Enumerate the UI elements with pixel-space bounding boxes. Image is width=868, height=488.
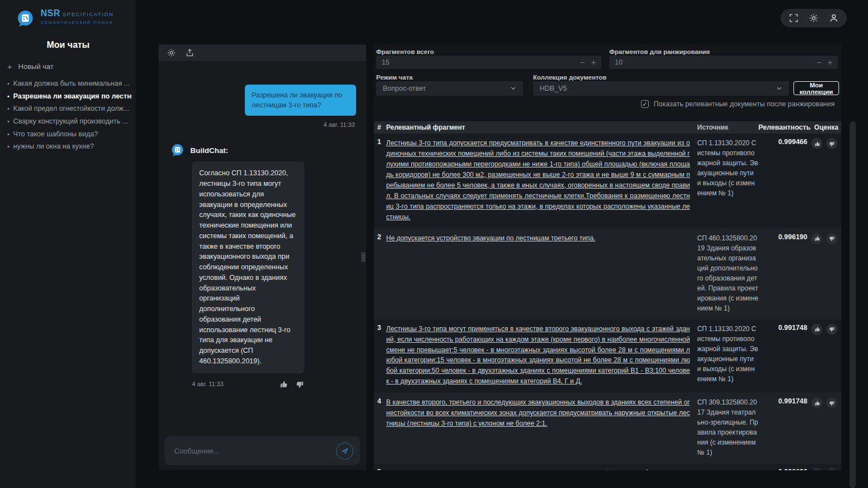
- app-logo-icon: [15, 8, 36, 29]
- decrement-icon[interactable]: −: [580, 58, 585, 67]
- theme-toggle-icon[interactable]: [809, 13, 818, 23]
- chevron-down-icon: [776, 86, 782, 91]
- bullet-icon: •: [7, 93, 9, 100]
- bullet-icon: •: [7, 106, 9, 112]
- table-row: 2 Не допускается устройство эвакуации по…: [374, 229, 841, 319]
- chat-settings-gear-icon[interactable]: [167, 48, 176, 57]
- brand-name: NSR: [41, 8, 60, 18]
- col-header-rating: Оценка: [814, 124, 841, 131]
- relevance-value: 0.996190: [758, 233, 807, 241]
- collection-select[interactable]: HDB_V5: [533, 81, 789, 96]
- bot-header: BuildChat:: [166, 142, 358, 158]
- chat-list: • Какая должна быть минимальная ... • Ра…: [0, 80, 136, 150]
- chat-message-area: Разрешена ли эвакуация по лестницам 3-го…: [159, 61, 366, 432]
- panel-resize-handle[interactable]: ⋮: [361, 252, 366, 262]
- sidebar-title: Мои чаты: [0, 40, 136, 50]
- thumbs-up-icon: [814, 400, 820, 406]
- vertical-scrollbar[interactable]: [850, 121, 856, 488]
- source-text: СП 460.1325800.2019 Здания образовательн…: [697, 233, 758, 313]
- fragment-link[interactable]: Лестницы 3-го типа могут применяться в к…: [386, 324, 690, 387]
- user-message-time: 4 авг. 11:33: [166, 121, 355, 128]
- grip-icon: ⋮: [361, 254, 366, 260]
- bot-name: BuildChat:: [190, 146, 228, 155]
- fragments-total-input[interactable]: 15 − +: [376, 56, 601, 69]
- fragments-rank-input[interactable]: 10 − +: [609, 56, 838, 69]
- row-number: 4: [377, 397, 386, 405]
- fragment-link[interactable]: В качестве второго, третьего и последующ…: [386, 397, 690, 429]
- thumbs-up-icon[interactable]: [279, 380, 288, 388]
- thumbs-up-button[interactable]: [811, 324, 822, 335]
- fragment-link[interactable]: Допускается для эвакуации МГН с помощью …: [386, 468, 690, 470]
- show-ranked-docs-checkbox[interactable]: ✓: [641, 100, 649, 108]
- col-header-fragment: Релевантный фрагмент: [386, 124, 690, 131]
- increment-icon[interactable]: +: [591, 58, 596, 67]
- col-header-num: #: [377, 124, 386, 131]
- row-number: 2: [377, 233, 386, 241]
- chat-item-label: Сварку конструкций производить ...: [13, 118, 128, 125]
- sidebar-chat-item[interactable]: • Какая должна быть минимальная ...: [7, 80, 132, 87]
- new-chat-button[interactable]: + Новый чат: [7, 62, 136, 71]
- source-text: СП 1.13130.2020 Системы противопожарной …: [697, 138, 758, 198]
- fragments-rank-value: 10: [615, 58, 623, 66]
- increment-icon[interactable]: +: [828, 58, 832, 67]
- sidebar-chat-item[interactable]: • Что такое шаблоны вида?: [7, 131, 132, 138]
- export-chat-icon[interactable]: [185, 48, 194, 57]
- chat-mode-select[interactable]: Вопрос-ответ: [376, 81, 523, 96]
- chat-item-label: Какой предел огнестойкости долж...: [13, 105, 129, 112]
- fullscreen-icon[interactable]: [789, 13, 798, 23]
- bullet-icon: •: [7, 131, 9, 138]
- brand-tagline: СЕМАНТИЧЕСКИЙ ПОИСК: [41, 20, 114, 25]
- table-row: 3 Лестницы 3-го типа могут применяться в…: [374, 319, 841, 393]
- thumbs-up-button[interactable]: [811, 468, 822, 470]
- fragments-total-value: 15: [382, 58, 389, 66]
- thumbs-down-icon[interactable]: [296, 380, 304, 388]
- decrement-icon[interactable]: −: [817, 58, 821, 67]
- thumbs-up-button[interactable]: [811, 233, 822, 244]
- brand-suffix: SPECIFICATION: [63, 11, 114, 17]
- profile-icon[interactable]: [829, 13, 839, 23]
- user-message-bubble: Разрешена ли эвакуация по лестницам 3-го…: [245, 85, 356, 116]
- my-collections-button[interactable]: Мои коллекции: [793, 81, 839, 95]
- thumbs-down-icon: [829, 235, 835, 241]
- sidebar-chat-item-active[interactable]: • Разрешена ли эвакуация по лестни...: [7, 93, 132, 100]
- thumbs-down-icon: [829, 400, 835, 406]
- fragment-link[interactable]: Лестницы 3-го типа допускается предусмат…: [386, 138, 690, 223]
- sidebar-chat-item[interactable]: • Сварку конструкций производить ...: [7, 118, 132, 125]
- sidebar: NSR SPECIFICATION СЕМАНТИЧЕСКИЙ ПОИСК Мо…: [0, 0, 136, 488]
- bullet-icon: •: [7, 144, 9, 150]
- new-chat-label: Новый чат: [18, 62, 53, 71]
- show-ranked-docs-label: Показать релевантные документы после ран…: [654, 100, 835, 108]
- chat-item-label: нужны ли окна на кухне?: [13, 143, 94, 150]
- collection-value: HDB_V5: [540, 85, 567, 92]
- thumbs-up-button[interactable]: [811, 397, 822, 408]
- bullet-icon: •: [7, 119, 9, 125]
- chat-mode-label: Режим чата: [376, 74, 413, 81]
- thumbs-down-button[interactable]: [826, 397, 837, 408]
- chevron-down-icon: [510, 86, 516, 91]
- thumbs-down-button[interactable]: [826, 324, 837, 335]
- thumbs-up-icon: [814, 235, 820, 241]
- row-number: 1: [377, 138, 386, 146]
- sidebar-chat-item[interactable]: • Какой предел огнестойкости долж...: [7, 105, 132, 112]
- source-text: СП 59.13330.2020 Доступность зданий и со…: [697, 468, 758, 470]
- thumbs-down-button[interactable]: [826, 468, 837, 470]
- row-number: 3: [377, 324, 386, 332]
- chat-item-label: Разрешена ли эвакуация по лестни...: [13, 93, 132, 100]
- thumbs-down-button[interactable]: [826, 233, 837, 244]
- source-text: СП 1.13130.2020 Системы противопожарной …: [697, 324, 758, 384]
- sidebar-chat-item[interactable]: • нужны ли окна на кухне?: [7, 143, 132, 150]
- bullet-icon: •: [7, 81, 9, 87]
- thumbs-up-button[interactable]: [811, 138, 822, 149]
- results-panel: Фрагментов всего 15 − + Фрагментов для р…: [374, 45, 841, 470]
- send-button[interactable]: [336, 442, 353, 460]
- message-input-placeholder: Сообщение...: [174, 447, 336, 455]
- show-ranked-docs-row: ✓ Показать релевантные документы после р…: [641, 100, 835, 108]
- bot-message-meta: 4 авг. 11:33: [192, 380, 304, 388]
- source-text: СП 309.1325800.2017 Здания театрально-зр…: [697, 397, 758, 457]
- message-input[interactable]: Сообщение...: [165, 436, 360, 465]
- thumbs-down-button[interactable]: [826, 138, 837, 149]
- table-row: 4 В качестве второго, третьего и последу…: [374, 393, 841, 464]
- fragment-link[interactable]: Не допускается устройство эвакуации по л…: [386, 233, 690, 244]
- col-header-source: Источник: [697, 122, 758, 132]
- row-number: 5: [377, 468, 386, 470]
